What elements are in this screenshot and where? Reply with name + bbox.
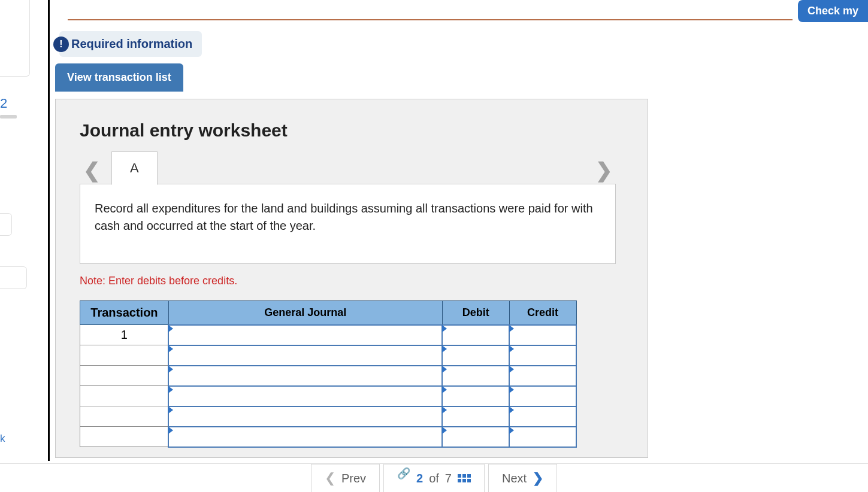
cell-debit[interactable] [442,386,509,406]
cell-flag-icon [509,406,514,414]
cell-input-credit[interactable] [510,387,576,406]
cell-debit[interactable] [442,406,509,427]
cell-credit[interactable] [509,366,576,386]
cell-credit[interactable] [509,427,576,447]
nav-current-page: 2 [416,472,423,485]
table-row [80,386,577,406]
cell-flag-icon [168,427,173,434]
table-row [80,345,577,366]
cell-flag-icon [168,345,173,353]
cell-generalJournal[interactable] [168,366,442,386]
header-credit: Credit [509,301,576,325]
cell-credit[interactable] [509,345,576,366]
cell-input-credit[interactable] [510,427,576,447]
note-text: Note: Enter debits before credits. [80,275,624,287]
cell-generalJournal[interactable] [168,386,442,406]
left-sidebar: 2 k ces [0,0,33,492]
cell-flag-icon [442,325,447,332]
cell-input-debit[interactable] [443,387,509,406]
instruction-box: Record all expenditures for the land and… [80,184,616,264]
sidebar-fragment-mid: k [0,213,12,236]
cell-input-generalJournal[interactable] [169,407,441,426]
chevron-right-icon: ❯ [533,470,543,486]
nav-next-label: Next [502,472,527,485]
cell-transaction [80,386,169,406]
cell-transaction [80,366,169,386]
header-general-journal: General Journal [168,301,442,325]
cell-credit[interactable] [509,325,576,345]
sidebar-number: 2 [0,96,15,111]
worksheet-panel: Journal entry worksheet ❮ A ❯ Record all… [55,99,648,458]
content-top-line [68,19,793,20]
cell-flag-icon [168,386,173,393]
cell-input-generalJournal[interactable] [169,366,441,385]
cell-transaction [80,406,169,427]
chevron-left-icon: ❮ [325,470,335,486]
cell-flag-icon [442,406,447,414]
cell-flag-icon [509,427,514,434]
cell-flag-icon [442,386,447,393]
cell-input-debit[interactable] [443,366,509,385]
cell-debit[interactable] [442,325,509,345]
cell-flag-icon [509,366,514,373]
sidebar-label-k: k [0,433,5,445]
cell-input-debit[interactable] [443,407,509,426]
cell-flag-icon [168,406,173,414]
cell-transaction: 1 [80,325,169,345]
nav-prev[interactable]: ❮ Prev [311,464,380,493]
cell-flag-icon [442,427,447,434]
cell-generalJournal[interactable] [168,325,442,345]
cell-credit[interactable] [509,386,576,406]
sidebar-progress-bar [0,115,17,119]
cell-input-debit[interactable] [443,326,509,345]
cell-input-credit[interactable] [510,407,576,426]
check-my-work-button[interactable]: Check my [798,0,868,22]
table-row [80,427,577,447]
table-row: 1 [80,325,577,345]
grid-icon [458,474,471,482]
tab-next-arrow[interactable]: ❯ [592,156,616,184]
tab-prev-arrow[interactable]: ❮ [80,156,104,184]
cell-input-credit[interactable] [510,366,576,385]
journal-table: Transaction General Journal Debit Credit… [80,300,577,448]
cell-input-generalJournal[interactable] [169,326,441,345]
table-body: 1 [80,325,577,447]
cell-generalJournal[interactable] [168,406,442,427]
cell-flag-icon [442,345,447,353]
cell-flag-icon [509,386,514,393]
cell-generalJournal[interactable] [168,427,442,447]
cell-input-generalJournal[interactable] [169,387,441,406]
bottom-nav: ❮ Prev 🔗 2 of 7 Next ❯ [0,463,868,492]
cell-input-generalJournal[interactable] [169,427,441,447]
cell-flag-icon [509,325,514,332]
sidebar-fragment-bottom: ces [0,266,27,289]
cell-input-credit[interactable] [510,346,576,365]
cell-input-credit[interactable] [510,326,576,345]
table-row [80,406,577,427]
header-transaction: Transaction [80,301,169,325]
cell-flag-icon [168,366,173,373]
nav-next[interactable]: Next ❯ [488,464,557,493]
cell-transaction [80,427,169,447]
cell-debit[interactable] [442,345,509,366]
tab-nav-row: ❮ A ❯ [80,156,616,184]
view-transaction-list-button[interactable]: View transaction list [55,63,183,92]
tab-a[interactable]: A [111,151,158,185]
required-info-wrap: ! Required information [53,31,202,57]
cell-flag-icon [168,325,173,332]
cell-input-generalJournal[interactable] [169,346,441,365]
required-info-label[interactable]: Required information [59,31,202,57]
cell-generalJournal[interactable] [168,345,442,366]
required-badge-icon: ! [53,37,69,52]
nav-prev-label: Prev [341,472,366,485]
header-debit: Debit [442,301,509,325]
cell-input-debit[interactable] [443,346,509,365]
cell-credit[interactable] [509,406,576,427]
cell-debit[interactable] [442,366,509,386]
cell-input-debit[interactable] [443,427,509,447]
worksheet-title: Journal entry worksheet [80,120,624,141]
link-icon: 🔗 [397,467,410,480]
cell-debit[interactable] [442,427,509,447]
tab-holder: A [111,151,158,185]
nav-position[interactable]: 🔗 2 of 7 [383,464,485,493]
